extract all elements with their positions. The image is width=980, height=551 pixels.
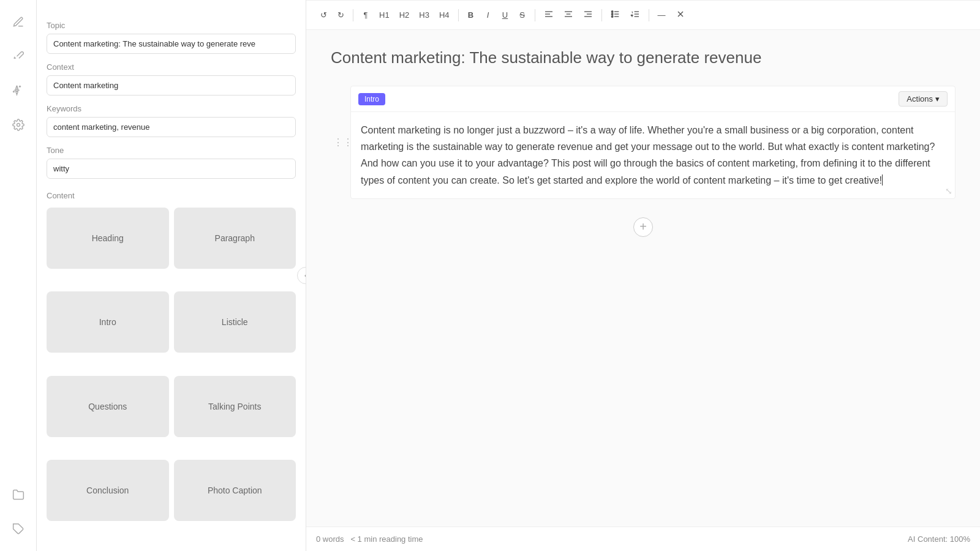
- actions-dropdown-icon: ▾: [935, 94, 940, 103]
- word-count: 0 words < 1 min reading time: [316, 534, 423, 544]
- tag-icon[interactable]: [9, 519, 28, 539]
- keywords-label: Keywords: [47, 104, 296, 113]
- context-input[interactable]: [47, 75, 296, 96]
- clear-format-button[interactable]: [672, 7, 689, 23]
- h2-button[interactable]: H2: [396, 8, 413, 22]
- editor-block-wrapper: ⋮⋮ Intro Actions ▾ Content marketing is …: [350, 86, 956, 199]
- h4-button[interactable]: H4: [435, 8, 453, 22]
- sidebar: ‹ Topic Context Keywords Tone Content He…: [37, 0, 306, 551]
- toolbar-divider-2: [458, 9, 459, 21]
- cursor: [882, 174, 883, 186]
- redo-button[interactable]: ↻: [333, 8, 348, 22]
- content-tile-conclusion[interactable]: Conclusion: [47, 460, 169, 521]
- editor-toolbar: ↺ ↻ ¶ H1 H2 H3 H4 B I U S —: [306, 0, 980, 30]
- block-tag: Intro: [358, 93, 385, 105]
- numbered-list-button[interactable]: [627, 7, 644, 23]
- underline-button[interactable]: U: [498, 8, 513, 22]
- align-right-button[interactable]: [579, 7, 597, 23]
- content-tile-talking-points[interactable]: Talking Points: [174, 376, 296, 437]
- block-text: Content marketing is no longer just a bu…: [361, 125, 935, 186]
- pen-icon[interactable]: [9, 12, 28, 32]
- block-header: Intro Actions ▾: [351, 86, 955, 112]
- undo-button[interactable]: ↺: [316, 8, 331, 22]
- horizontal-rule-button[interactable]: —: [654, 8, 669, 22]
- word-count-bar: 0 words < 1 min reading time AI Content:…: [306, 527, 980, 551]
- toolbar-divider-3: [535, 9, 535, 21]
- topic-input[interactable]: [47, 34, 296, 54]
- paragraph-button[interactable]: ¶: [358, 8, 373, 22]
- svg-point-14: [611, 11, 613, 13]
- magic-icon[interactable]: [9, 81, 28, 100]
- content-tile-paragraph[interactable]: Paragraph: [174, 208, 296, 269]
- h1-button[interactable]: H1: [375, 8, 393, 22]
- bullet-list-button[interactable]: [607, 7, 624, 23]
- strikethrough-button[interactable]: S: [515, 8, 530, 22]
- block-content-editor[interactable]: Content marketing is no longer just a bu…: [351, 112, 955, 198]
- toolbar-divider-5: [649, 9, 649, 21]
- tone-input[interactable]: [47, 159, 296, 179]
- article-title: Content marketing: The sustainable way t…: [331, 48, 956, 67]
- toolbar-divider-4: [601, 9, 602, 21]
- topic-label: Topic: [47, 21, 296, 30]
- svg-point-0: [17, 124, 20, 127]
- add-section-button[interactable]: +: [633, 217, 653, 237]
- editor-block-intro: Intro Actions ▾ Content marketing is no …: [350, 86, 956, 199]
- content-tile-photo-caption[interactable]: Photo Caption: [174, 460, 296, 521]
- svg-point-16: [611, 16, 613, 18]
- content-tile-heading[interactable]: Heading: [47, 208, 169, 269]
- align-center-button[interactable]: [560, 7, 577, 23]
- content-tile-intro[interactable]: Intro: [47, 291, 169, 353]
- actions-button[interactable]: Actions ▾: [899, 91, 948, 107]
- context-label: Context: [47, 62, 296, 72]
- add-section-row: +: [331, 211, 956, 243]
- bold-button[interactable]: B: [464, 8, 478, 22]
- actions-label: Actions: [907, 94, 933, 103]
- content-section-label: Content: [47, 191, 296, 200]
- tone-label: Tone: [47, 146, 296, 155]
- editor-container: Content marketing: The sustainable way t…: [306, 30, 980, 527]
- icon-rail: [0, 0, 37, 551]
- collapse-button[interactable]: ‹: [297, 267, 306, 284]
- italic-button[interactable]: I: [481, 8, 496, 22]
- ai-content-label: AI Content: 100%: [908, 534, 970, 544]
- keywords-input[interactable]: [47, 117, 296, 137]
- svg-point-15: [611, 13, 613, 15]
- content-tile-listicle[interactable]: Listicle: [174, 291, 296, 353]
- main-editor-area: ↺ ↻ ¶ H1 H2 H3 H4 B I U S —: [306, 0, 980, 551]
- resize-handle[interactable]: ⤡: [945, 186, 952, 196]
- folder-icon[interactable]: [9, 485, 28, 504]
- toolbar-divider-1: [353, 9, 353, 21]
- brush-icon[interactable]: [9, 47, 28, 66]
- content-tile-questions[interactable]: Questions: [47, 376, 169, 437]
- settings-icon[interactable]: [9, 115, 28, 135]
- h3-button[interactable]: H3: [415, 8, 433, 22]
- align-left-button[interactable]: [540, 7, 557, 23]
- content-tiles-grid: HeadingParagraphIntroListicleQuestionsTa…: [47, 208, 296, 539]
